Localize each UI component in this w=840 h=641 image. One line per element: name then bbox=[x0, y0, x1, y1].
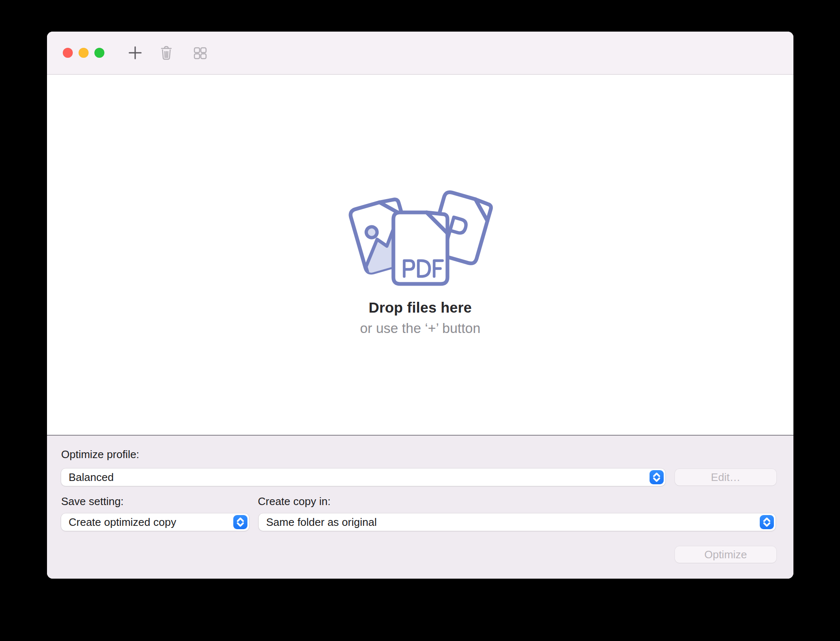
close-button[interactable] bbox=[63, 48, 73, 58]
edit-button-label: Edit… bbox=[711, 471, 741, 484]
files-illustration bbox=[346, 190, 495, 293]
title-bar[interactable] bbox=[47, 32, 793, 75]
optimize-button-label: Optimize bbox=[704, 548, 747, 561]
desktop-background: Drop files here or use the ‘+’ button Op… bbox=[0, 0, 840, 641]
grid-icon bbox=[193, 45, 208, 60]
save-setting-select[interactable]: Create optimized copy bbox=[61, 513, 249, 531]
save-setting-select-value: Create optimized copy bbox=[69, 516, 176, 529]
pdf-file-icon bbox=[393, 212, 447, 284]
zoom-button[interactable] bbox=[94, 48, 104, 58]
stepper-icon bbox=[233, 515, 247, 529]
optimize-button[interactable]: Optimize bbox=[675, 546, 776, 563]
add-files-button[interactable] bbox=[127, 44, 143, 62]
optimize-profile-label: Optimize profile: bbox=[61, 448, 139, 461]
chevron-up-down-icon bbox=[650, 470, 664, 484]
minimize-button[interactable] bbox=[79, 48, 89, 58]
remove-files-button[interactable] bbox=[158, 44, 175, 62]
app-window: Drop files here or use the ‘+’ button Op… bbox=[47, 32, 793, 579]
grid-view-button[interactable] bbox=[192, 44, 208, 62]
destination-select[interactable]: Same folder as original bbox=[259, 513, 776, 531]
drop-zone-subtitle: or use the ‘+’ button bbox=[360, 320, 481, 336]
stepper-icon bbox=[650, 470, 664, 484]
traffic-lights bbox=[63, 48, 104, 58]
plus-icon bbox=[128, 45, 143, 60]
chevron-up-down-icon bbox=[760, 515, 774, 529]
drop-zone-title: Drop files here bbox=[368, 299, 472, 316]
drop-zone[interactable]: Drop files here or use the ‘+’ button bbox=[47, 75, 793, 435]
chevron-up-down-icon bbox=[233, 515, 247, 529]
create-copy-in-label: Create copy in: bbox=[258, 495, 331, 508]
options-panel: Optimize profile: Balanced Edit… Save se… bbox=[47, 435, 793, 579]
stepper-icon bbox=[760, 515, 774, 529]
trash-icon bbox=[159, 45, 174, 61]
drop-zone-group: Drop files here or use the ‘+’ button bbox=[346, 190, 495, 336]
save-setting-label: Save setting: bbox=[61, 495, 124, 508]
profile-select[interactable]: Balanced bbox=[61, 468, 665, 486]
profile-select-value: Balanced bbox=[69, 471, 114, 484]
edit-profile-button[interactable]: Edit… bbox=[675, 469, 776, 486]
destination-select-value: Same folder as original bbox=[266, 516, 377, 529]
